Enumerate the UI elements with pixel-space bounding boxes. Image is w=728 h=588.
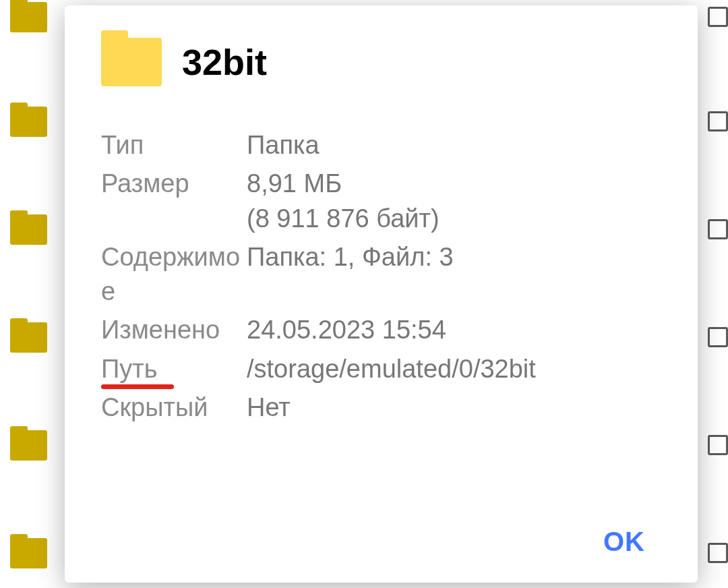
size-value-main: 8,91 МБ	[247, 169, 342, 198]
properties-dialog: 32bit Тип Папка Размер 8,91 МБ (8 911 87…	[65, 5, 698, 583]
checkbox	[708, 111, 728, 131]
size-value-bytes: (8 911 876 байт)	[247, 202, 661, 236]
checkbox	[708, 435, 728, 455]
type-value: Папка	[247, 128, 661, 163]
folder-icon	[10, 107, 47, 137]
checkbox	[708, 543, 728, 563]
hidden-label: Скрытый	[101, 390, 247, 425]
dialog-footer: OK	[101, 504, 661, 564]
properties-table: Тип Папка Размер 8,91 МБ (8 911 876 байт…	[101, 128, 661, 425]
hidden-value: Нет	[247, 390, 661, 425]
ok-button[interactable]: OK	[587, 520, 661, 564]
path-value: /storage/emulated/0/32bit	[247, 352, 661, 386]
dialog-title: 32bit	[182, 41, 267, 83]
checkbox	[708, 327, 728, 347]
folder-icon	[10, 538, 47, 568]
modified-label: Изменено	[101, 313, 247, 347]
size-label: Размер	[101, 167, 247, 236]
path-label: Путь	[101, 352, 247, 386]
dialog-header: 32bit	[101, 38, 661, 86]
folder-icon	[10, 322, 47, 353]
checkbox	[708, 219, 728, 239]
folder-icon	[10, 2, 47, 32]
modified-value: 24.05.2023 15:54	[247, 313, 661, 347]
folder-icon	[101, 38, 162, 86]
size-value: 8,91 МБ (8 911 876 байт)	[247, 167, 661, 236]
type-label: Тип	[101, 128, 247, 163]
folder-icon	[10, 430, 47, 461]
contents-value: Папка: 1, Файл: 3	[247, 240, 661, 310]
folder-icon	[10, 214, 47, 245]
contents-label: Содержимое	[101, 240, 247, 310]
checkbox	[708, 7, 728, 27]
